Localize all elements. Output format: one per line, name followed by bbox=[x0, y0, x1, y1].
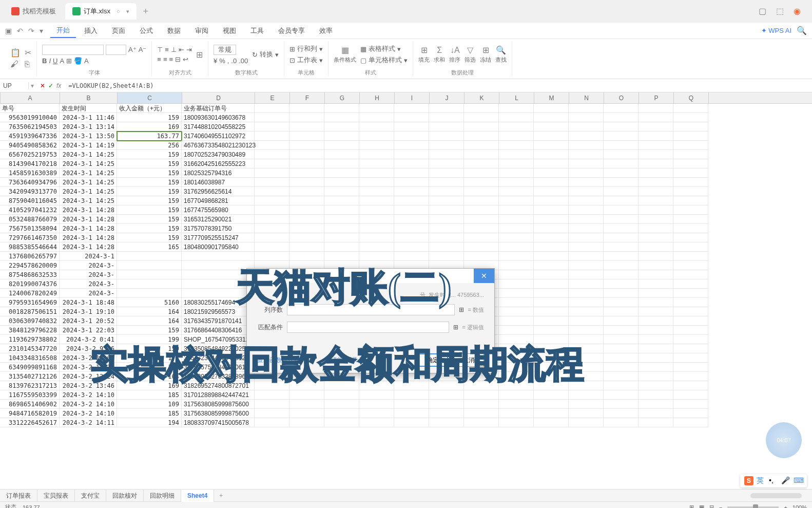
col-header-D[interactable]: D bbox=[182, 92, 255, 103]
match-type-input[interactable] bbox=[287, 322, 449, 333]
font-family-select[interactable] bbox=[42, 45, 104, 55]
data-cell[interactable]: 159 bbox=[117, 205, 182, 215]
sum-button[interactable]: Σ求和 bbox=[434, 46, 445, 64]
data-cell[interactable]: 18025325794316 bbox=[182, 168, 255, 178]
data-cell[interactable]: 9885385546644 bbox=[0, 242, 60, 252]
wrap-icon[interactable]: ↩ bbox=[183, 55, 188, 63]
tab-menu-icon[interactable]: ▾ bbox=[126, 8, 129, 15]
data-cell[interactable]: 2024-3-1 14:25 bbox=[60, 168, 117, 178]
data-cell[interactable]: 3420949313770 bbox=[0, 187, 60, 196]
font-color-icon[interactable]: A bbox=[84, 57, 89, 65]
col-header-I[interactable]: I bbox=[395, 92, 430, 103]
data-cell[interactable]: 159 bbox=[117, 178, 182, 187]
col-header-E[interactable]: E bbox=[255, 92, 290, 103]
data-cell[interactable]: 8143904170218 bbox=[0, 159, 60, 168]
ribbon-tab-view[interactable]: 视图 bbox=[217, 24, 242, 37]
col-header-G[interactable]: G bbox=[325, 92, 360, 103]
ribbon-tab-tools[interactable]: 工具 bbox=[244, 24, 270, 37]
data-cell[interactable]: 159 bbox=[117, 187, 182, 196]
data-cell[interactable]: 9484716582019 bbox=[0, 409, 60, 418]
data-cell[interactable]: 3170128898842447421 bbox=[182, 390, 255, 400]
data-cell[interactable]: 1677049868281 bbox=[182, 196, 255, 205]
col-header-Q[interactable]: Q bbox=[674, 92, 709, 103]
cut-icon[interactable]: ✂ bbox=[25, 48, 31, 58]
data-cell[interactable]: 2024-3-1 19:10 bbox=[60, 307, 117, 316]
sheet-tab[interactable]: 回款核对 bbox=[106, 490, 144, 502]
freeze-button[interactable]: ⊞冻结 bbox=[480, 45, 491, 64]
data-cell[interactable]: 3175638085999875600 bbox=[182, 400, 255, 409]
data-cell[interactable]: 31653125290021 bbox=[182, 215, 255, 224]
data-cell[interactable]: 9795931654969 bbox=[0, 298, 60, 307]
header-cell[interactable]: 发生时间 bbox=[60, 104, 117, 113]
data-cell[interactable]: 2024-3-1 14:28 bbox=[60, 215, 117, 224]
data-cell[interactable]: 3848129796228 bbox=[0, 326, 60, 335]
wps-ai-button[interactable]: ✦ WPS AI bbox=[761, 27, 791, 34]
data-cell[interactable]: 159 bbox=[117, 159, 182, 168]
border-icon[interactable]: ⊞ bbox=[66, 57, 72, 65]
italic-icon[interactable]: I bbox=[49, 57, 51, 65]
col-header-L[interactable]: L bbox=[499, 92, 534, 103]
data-cell[interactable]: 1808337097415005678 bbox=[182, 418, 255, 427]
tablestyle-dropdown[interactable]: 表格样式 bbox=[369, 44, 395, 53]
data-cell[interactable]: 2310145347720 bbox=[0, 344, 60, 353]
convert-dropdown[interactable]: 转换 bbox=[260, 50, 273, 59]
data-cell[interactable]: 3175638085999875600 bbox=[182, 409, 255, 418]
col-header-O[interactable]: O bbox=[604, 92, 639, 103]
view-page-icon[interactable]: ▦ bbox=[699, 504, 704, 508]
data-cell[interactable]: 2024-3- bbox=[60, 289, 117, 298]
align-middle-icon[interactable]: ≡ bbox=[165, 46, 169, 53]
filter-button[interactable]: ▽筛选 bbox=[465, 45, 476, 64]
data-cell[interactable]: 159 bbox=[117, 196, 182, 205]
save-icon[interactable]: ▣ bbox=[5, 27, 12, 35]
header-cell[interactable]: 单号 bbox=[0, 104, 60, 113]
sheet-tab[interactable]: 宝贝报表 bbox=[37, 490, 75, 502]
data-cell[interactable]: 180702523479030489 bbox=[182, 150, 255, 159]
bold-icon[interactable]: B bbox=[42, 57, 47, 65]
percent-icon[interactable]: % bbox=[219, 57, 225, 65]
data-cell[interactable]: 8201990074376 bbox=[0, 279, 60, 289]
paste-icon[interactable]: 📋 bbox=[10, 48, 21, 58]
data-cell[interactable]: 2024-3-1 13:50 bbox=[60, 131, 117, 141]
data-cell[interactable]: 169 bbox=[117, 122, 182, 131]
data-cell[interactable]: 5160 bbox=[117, 298, 182, 307]
data-cell[interactable]: 1677475565980 bbox=[182, 205, 255, 215]
col-header-B[interactable]: B bbox=[60, 92, 118, 103]
header-cell[interactable]: 业务基础订单号 bbox=[182, 104, 255, 113]
tab-current-file[interactable]: 订单.xlsx ○ ▾ bbox=[65, 3, 137, 20]
data-cell[interactable]: 31757078391750 bbox=[182, 224, 255, 233]
merge-icon[interactable]: ⊟ bbox=[175, 55, 181, 63]
zoom-level[interactable]: 100% bbox=[792, 504, 807, 509]
data-cell[interactable]: 9563019910040 bbox=[0, 113, 60, 122]
horizontal-scrollbar[interactable] bbox=[750, 493, 802, 498]
data-cell[interactable]: 109 bbox=[117, 400, 182, 409]
data-cell[interactable]: 7567501358094 bbox=[0, 224, 60, 233]
data-cell[interactable]: 7363640934796 bbox=[0, 178, 60, 187]
indent-dec-icon[interactable]: ⇤ bbox=[179, 46, 184, 53]
merge-cells-icon[interactable]: ⊞ bbox=[196, 50, 203, 60]
data-cell[interactable]: 256 bbox=[117, 141, 182, 150]
dec-dec-icon[interactable]: .00 bbox=[239, 57, 248, 65]
data-cell[interactable]: 7297661467350 bbox=[0, 233, 60, 242]
dec-inc-icon[interactable]: .0 bbox=[231, 57, 237, 65]
data-cell[interactable]: 2024-3-1 14:28 bbox=[60, 205, 117, 215]
data-cell[interactable]: 8139762317213 bbox=[0, 381, 60, 390]
data-cell[interactable]: 1804800901795840 bbox=[182, 242, 255, 252]
data-cell[interactable]: 0532488766079 bbox=[0, 215, 60, 224]
data-cell[interactable]: 2024-3-1 14:25 bbox=[60, 187, 117, 196]
data-cell[interactable]: 2024-3-2 14:10 bbox=[60, 400, 117, 409]
browser-icon[interactable]: ◉ bbox=[794, 6, 804, 16]
rowcol-dropdown[interactable]: 行和列 bbox=[297, 44, 317, 53]
data-cell[interactable]: 2024-3- bbox=[60, 270, 117, 279]
data-cell[interactable]: 159 bbox=[117, 215, 182, 224]
data-cell[interactable]: 2024-3-2 14:11 bbox=[60, 418, 117, 427]
col-header-K[interactable]: K bbox=[465, 92, 499, 103]
data-cell[interactable]: 194 bbox=[117, 418, 182, 427]
data-cell[interactable]: 3177709525515247 bbox=[182, 233, 255, 242]
data-cell[interactable]: 159 bbox=[117, 150, 182, 159]
col-header-J[interactable]: J bbox=[430, 92, 465, 103]
add-tab-button[interactable]: + bbox=[139, 4, 153, 18]
search-icon[interactable]: 🔍 bbox=[797, 26, 807, 35]
data-cell[interactable]: 2024-3-1 13:14 bbox=[60, 122, 117, 131]
data-cell[interactable]: 2024-3-1 14:25 bbox=[60, 159, 117, 168]
data-cell[interactable]: 164 bbox=[117, 316, 182, 326]
